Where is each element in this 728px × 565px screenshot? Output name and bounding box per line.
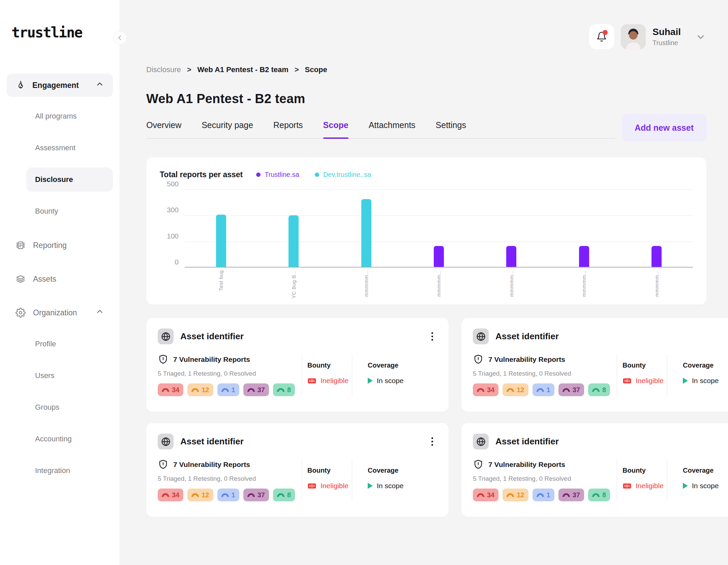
sidebar-item-bounty[interactable]: Bounty [26, 199, 113, 223]
x-column: mmmmm... [620, 270, 693, 299]
kebab-menu-button[interactable] [427, 328, 437, 345]
sidebar-item-assessment[interactable]: Assessment [26, 136, 113, 160]
notifications-button[interactable] [589, 24, 614, 49]
legend-dot [315, 172, 319, 177]
sidebar-item-reporting[interactable]: Reporting [7, 233, 113, 257]
gauge-arc-icon [563, 493, 570, 497]
chevron-down-icon[interactable] [695, 31, 706, 42]
legend-item-dev-trustline-sa[interactable]: Dev.trustline,.sa [315, 171, 371, 179]
report-icon [16, 240, 26, 250]
shield-alert-icon [158, 354, 169, 365]
asset-card: Asset identifier 7 Vulnerability Reports… [146, 318, 449, 412]
tab-scope[interactable]: Scope [323, 120, 348, 139]
severity-count: 12 [517, 386, 524, 394]
tab-bar: OverviewSecurity pageReportsScopeAttachm… [146, 120, 615, 139]
bounty-label: Bounty [623, 467, 667, 474]
vulnerability-reports-count: 7 Vulnerability Reports [173, 355, 250, 364]
coverage-column: Coverage In scope [352, 459, 437, 501]
shield-alert-icon [473, 459, 484, 470]
user-organization: Trustline [653, 39, 681, 46]
bar-column [548, 189, 620, 267]
severity-count: 34 [172, 386, 179, 394]
chart-bar-trustline-sa[interactable] [506, 246, 516, 267]
app-root: trustline Engagement All programsAssessm… [0, 0, 728, 565]
tab-reports[interactable]: Reports [273, 120, 303, 139]
layers-icon [16, 274, 26, 284]
gauge-arc-icon [247, 388, 255, 392]
bounty-column: Bounty Ineligible [617, 354, 667, 396]
x-tick-label: mmmmm... [654, 270, 660, 297]
sidebar-collapse-button[interactable] [113, 31, 127, 44]
breadcrumb-item-web-a1-pentest-b2-team[interactable]: Web A1 Pentest - B2 team [198, 65, 289, 74]
chevron-left-icon [116, 34, 124, 41]
sidebar-item-organization[interactable]: Organization [7, 301, 113, 324]
severity-count: 8 [602, 386, 606, 394]
sidebar-item-all-programs[interactable]: All programs [26, 104, 113, 128]
coverage-column: Coverage In scope [667, 459, 728, 501]
severity-count: 12 [202, 491, 209, 499]
add-new-asset-button[interactable]: Add new asset [622, 114, 706, 141]
severity-badge: 8 [588, 489, 610, 501]
severity-badge: 37 [243, 383, 269, 396]
kebab-menu-button[interactable] [427, 433, 437, 450]
chart-bar-trustline-sa[interactable] [579, 246, 589, 267]
chart-bar-dev-trustline-sa[interactable] [289, 215, 299, 267]
bar-column [185, 189, 257, 267]
chart-bar-dev-trustline-sa[interactable] [216, 215, 226, 267]
vulnerability-summary: 7 Vulnerability Reports 5 Triaged, 1 Ret… [473, 459, 617, 501]
chart-bar-trustline-sa[interactable] [434, 246, 444, 267]
vulnerability-summary: 7 Vulnerability Reports 5 Triaged, 1 Ret… [473, 354, 617, 396]
bounty-status: Ineligible [307, 377, 352, 385]
gauge-arc-icon [221, 493, 229, 497]
tab-settings[interactable]: Settings [436, 120, 466, 139]
user-menu[interactable]: Suhail Trustline [653, 27, 681, 46]
sidebar-item-integration[interactable]: Integration [26, 459, 113, 483]
vulnerability-reports-count: 7 Vulnerability Reports [488, 461, 565, 469]
severity-badge: 8 [588, 383, 610, 396]
sidebar-item-engagement[interactable]: Engagement [7, 74, 113, 97]
gear-icon [16, 308, 26, 318]
tab-security-page[interactable]: Security page [202, 120, 253, 139]
sidebar-item-users[interactable]: Users [26, 364, 113, 388]
reports-chart-card: Total reports per asset Trustline.saDev.… [146, 157, 706, 305]
tab-attachments[interactable]: Attachments [369, 120, 416, 139]
sidebar-item-disclosure[interactable]: Disclosure [26, 167, 113, 192]
severity-count: 1 [232, 386, 235, 394]
sidebar-item-label: Organization [33, 308, 77, 317]
breadcrumb-item-scope[interactable]: Scope [305, 65, 327, 74]
breadcrumb-item-disclosure[interactable]: Disclosure [146, 65, 181, 74]
tab-overview[interactable]: Overview [146, 120, 181, 139]
gauge-arc-icon [507, 493, 514, 497]
sidebar-item-profile[interactable]: Profile [26, 332, 113, 356]
play-icon [368, 483, 373, 489]
x-column: YC Bug B... [257, 270, 330, 299]
legend-label: Trustline.sa [265, 171, 299, 179]
severity-count: 34 [172, 491, 179, 499]
asset-card-body: 7 Vulnerability Reports 5 Triaged, 1 Ret… [158, 459, 437, 501]
severity-badge: 37 [243, 489, 269, 501]
legend-item-trustline-sa[interactable]: Trustline.sa [256, 171, 299, 179]
chart-bar-trustline-sa[interactable] [651, 246, 662, 267]
severity-badge: 12 [503, 383, 528, 396]
bar-column [257, 189, 330, 267]
banknote-icon [307, 377, 316, 384]
bounty-status: Ineligible [307, 482, 352, 490]
sidebar-item-assets[interactable]: Assets [7, 267, 113, 291]
coverage-status: In scope [368, 482, 437, 490]
severity-badges: 34121378 [158, 489, 295, 501]
sidebar-item-groups[interactable]: Groups [26, 395, 113, 419]
severity-count: 1 [547, 386, 550, 394]
x-column: mmmmm... [330, 270, 402, 299]
severity-badge: 1 [533, 489, 554, 501]
severity-badge: 37 [558, 489, 584, 501]
legend-dot [256, 172, 261, 177]
asset-card: Asset identifier 7 Vulnerability Reports… [461, 318, 728, 412]
bounty-label: Bounty [307, 467, 352, 474]
severity-count: 1 [232, 491, 235, 499]
avatar[interactable] [621, 24, 646, 49]
chart-bar-dev-trustline-sa[interactable] [361, 199, 371, 267]
severity-count: 37 [257, 386, 265, 394]
sidebar-item-accounting[interactable]: Accounting [26, 427, 113, 451]
play-icon [683, 378, 688, 384]
topbar: Suhail Trustline [146, 24, 706, 49]
